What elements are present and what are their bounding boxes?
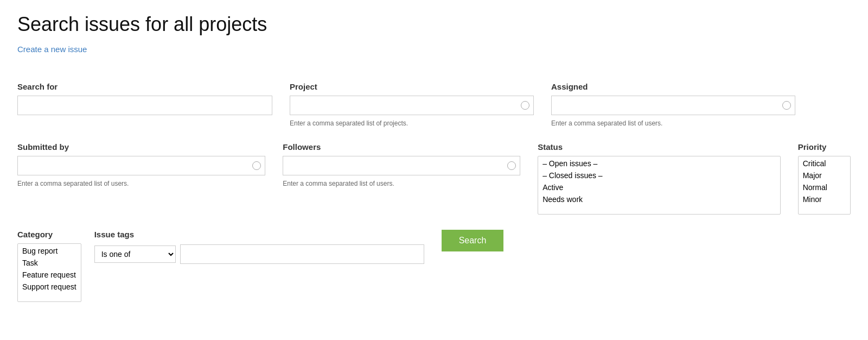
followers-input-wrapper	[283, 156, 520, 175]
form-row-2: Submitted by Enter a comma separated lis…	[17, 142, 851, 215]
submitted-by-group: Submitted by Enter a comma separated lis…	[17, 142, 265, 187]
status-label: Status	[538, 142, 781, 152]
issue-tags-label: Issue tags	[94, 230, 424, 239]
search-form: Search for Project Enter a comma separat…	[17, 82, 851, 302]
form-row-1: Search for Project Enter a comma separat…	[17, 82, 851, 127]
project-label: Project	[290, 82, 534, 91]
followers-input[interactable]	[283, 156, 520, 175]
page-title: Search issues for all projects	[17, 13, 851, 36]
issue-tags-group: Issue tags Is one ofIs not one of	[94, 230, 424, 264]
issue-tags-input[interactable]	[180, 244, 424, 264]
search-for-input[interactable]	[17, 96, 272, 115]
followers-label: Followers	[283, 142, 520, 152]
issue-tags-row: Is one ofIs not one of	[94, 244, 424, 264]
form-row-3: Category Bug reportTaskFeature requestSu…	[17, 230, 851, 302]
followers-hint: Enter a comma separated list of users.	[283, 180, 520, 187]
assigned-group: Assigned Enter a comma separated list of…	[551, 82, 795, 127]
followers-group: Followers Enter a comma separated list o…	[283, 142, 520, 187]
project-hint: Enter a comma separated list of projects…	[290, 119, 534, 127]
category-group: Category Bug reportTaskFeature requestSu…	[17, 230, 81, 302]
submitted-by-hint: Enter a comma separated list of users.	[17, 180, 265, 187]
status-group: Status – Open issues –– Closed issues –A…	[538, 142, 781, 215]
priority-group: Priority CriticalMajorNormalMinor	[798, 142, 851, 215]
search-button[interactable]: Search	[442, 230, 504, 251]
submitted-by-input[interactable]	[17, 156, 265, 175]
submitted-by-label: Submitted by	[17, 142, 265, 152]
issue-tags-operator-select[interactable]: Is one ofIs not one of	[94, 245, 176, 263]
assigned-hint: Enter a comma separated list of users.	[551, 119, 795, 127]
assigned-input[interactable]	[551, 96, 795, 115]
assigned-input-wrapper	[551, 96, 795, 115]
issue-tags-input-wrapper	[180, 244, 424, 264]
status-select[interactable]: – Open issues –– Closed issues –ActiveNe…	[538, 156, 781, 215]
assigned-label: Assigned	[551, 82, 795, 91]
search-button-wrapper: Search	[442, 230, 504, 253]
submitted-by-input-wrapper	[17, 156, 265, 175]
search-for-label: Search for	[17, 82, 272, 91]
category-select[interactable]: Bug reportTaskFeature requestSupport req…	[17, 243, 81, 302]
priority-label: Priority	[798, 142, 851, 152]
priority-select[interactable]: CriticalMajorNormalMinor	[798, 156, 851, 215]
search-for-group: Search for	[17, 82, 272, 115]
create-issue-link[interactable]: Create a new issue	[17, 45, 87, 54]
category-label: Category	[17, 230, 81, 239]
project-input-wrapper	[290, 96, 534, 115]
project-group: Project Enter a comma separated list of …	[290, 82, 534, 127]
project-input[interactable]	[290, 96, 534, 115]
